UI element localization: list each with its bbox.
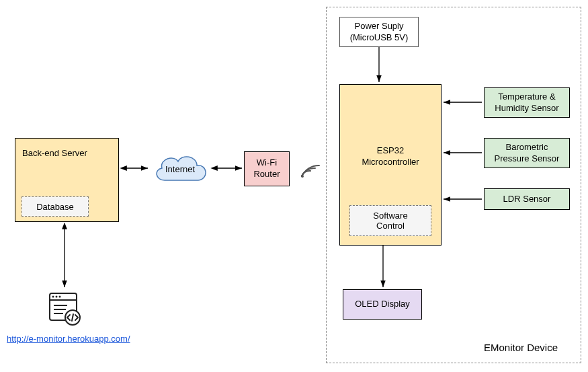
app-url-link[interactable]: http://e-monitor.herokuapp.com/	[7, 334, 130, 344]
wifi-router-label: Wi-Fi Router	[253, 157, 280, 180]
emonitor-device-label: EMonitor Device	[484, 342, 558, 353]
barometric-pressure-sensor-box: Barometric Pressure Sensor	[484, 138, 570, 168]
backend-server-label: Back-end Server	[22, 148, 87, 159]
svg-point-5	[59, 296, 61, 298]
temperature-humidity-sensor-box: Temperature & Humidity Sensor	[484, 87, 570, 118]
software-control-box: Software Control	[349, 205, 431, 236]
database-label: Database	[36, 202, 74, 212]
power-supply-box: Power Suply (MicroUSB 5V)	[339, 17, 419, 47]
ldr-sensor-label: LDR Sensor	[503, 194, 551, 205]
wifi-router-box: Wi-Fi Router	[244, 151, 290, 186]
database-box: Database	[22, 196, 89, 217]
power-supply-label: Power Suply (MicroUSB 5V)	[350, 21, 409, 44]
oled-display-label: OLED Display	[355, 299, 410, 310]
internet-label: Internet	[153, 164, 207, 174]
svg-point-3	[52, 296, 54, 298]
wifi-signal-icon	[299, 160, 322, 179]
temperature-humidity-sensor-label: Temperature & Humidity Sensor	[495, 91, 558, 114]
software-control-label: Software Control	[373, 211, 407, 231]
web-code-icon	[46, 289, 83, 327]
ldr-sensor-box: LDR Sensor	[484, 188, 570, 210]
oled-display-box: OLED Display	[343, 289, 422, 320]
esp32-label: ESP32 Microcontroller	[362, 145, 419, 168]
svg-point-4	[56, 296, 58, 298]
svg-point-0	[301, 175, 304, 178]
barometric-pressure-sensor-label: Barometric Pressure Sensor	[495, 142, 560, 165]
